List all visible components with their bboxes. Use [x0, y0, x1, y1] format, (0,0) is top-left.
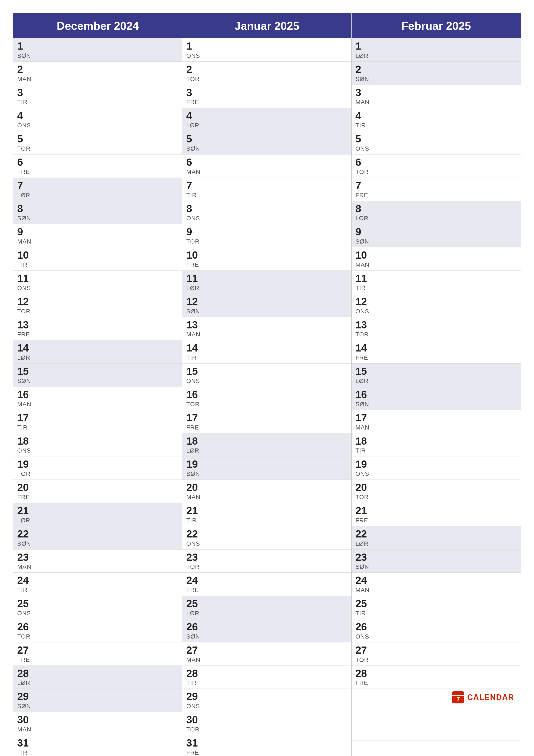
day-name: ONS [355, 145, 517, 152]
day-number: 8 [186, 203, 347, 215]
day-number: 2 [355, 64, 517, 75]
day-number: 22 [17, 528, 178, 540]
month-header-1: Januar 2025 [182, 14, 351, 39]
day-cell: 23SØN [352, 550, 521, 573]
day-number: 28 [355, 668, 517, 679]
day-name: LØR [355, 540, 517, 547]
day-cell: 16MAN [13, 387, 182, 410]
day-cell: 30MAN [13, 712, 182, 735]
day-cell: 8LØR [352, 201, 521, 224]
day-name: SØN [17, 215, 178, 222]
day-cell: 14TIR [182, 340, 351, 364]
day-name: LØR [355, 52, 517, 59]
day-cell: 14FRE [352, 340, 521, 364]
day-number: 10 [17, 250, 178, 261]
day-name: TIR [355, 285, 517, 292]
day-cell: 25TIR [352, 596, 521, 619]
day-name: FRE [186, 261, 347, 268]
day-cell: 13FRE [13, 317, 182, 340]
day-number: 1 [355, 40, 517, 52]
day-cell: 15LØR [352, 364, 521, 387]
day-name: TOR [355, 331, 517, 338]
day-cell: 22LØR [352, 526, 521, 550]
day-number: 13 [355, 319, 517, 331]
day-number: 16 [355, 389, 517, 400]
day-cell: 18TIR [352, 433, 521, 457]
day-number: 30 [186, 714, 347, 726]
day-cell: 4ONS [13, 108, 182, 131]
day-number: 29 [186, 691, 347, 702]
day-number: 25 [17, 598, 178, 609]
day-cell: 7FRE [352, 178, 521, 201]
day-name: LØR [355, 378, 517, 385]
day-cell: 23TOR [182, 550, 351, 573]
day-cell: 7LØR [13, 178, 182, 201]
day-name: SØN [355, 76, 517, 83]
day-name: ONS [186, 540, 347, 547]
day-cell: 28TIR [182, 666, 351, 689]
day-name: TIR [186, 680, 347, 687]
day-name: SØN [355, 563, 517, 570]
day-name: TIR [17, 587, 178, 594]
day-cell: 27TOR [352, 642, 521, 666]
day-number: 31 [186, 738, 347, 749]
day-name: LØR [17, 192, 178, 199]
day-number: 27 [186, 645, 347, 656]
day-cell: 31TIR [13, 735, 182, 756]
day-name: TOR [17, 633, 178, 640]
day-number: 17 [186, 412, 347, 424]
day-cell: 19ONS [352, 456, 521, 480]
day-name: FRE [186, 749, 347, 756]
day-number: 11 [17, 273, 178, 284]
day-number: 15 [17, 366, 178, 377]
day-name: ONS [355, 471, 517, 477]
day-name: SØN [355, 401, 517, 408]
day-number: 1 [186, 40, 347, 52]
day-name: LØR [186, 285, 347, 292]
day-number: 26 [186, 621, 347, 633]
day-number: 7 [186, 180, 347, 191]
day-cell: 10FRE [182, 247, 351, 271]
day-cell: 17MAN [352, 410, 521, 433]
day-number: 19 [355, 459, 517, 470]
day-cell: 18ONS [13, 433, 182, 457]
day-number: 3 [355, 87, 517, 98]
day-cell: 5ONS [352, 131, 521, 154]
day-cell: 27MAN [182, 642, 351, 666]
day-cell: 18LØR [182, 433, 351, 457]
month-col-2: 1LØR2SØN3MAN4TIR5ONS6TOR7FRE8LØR9SØN10MA… [352, 39, 521, 756]
month-col-1: 1ONS2TOR3FRE4LØR5SØN6MAN7TIR8ONS9TOR10FR… [182, 39, 351, 756]
month-header-0: December 2024 [13, 14, 182, 39]
day-number: 18 [186, 436, 347, 447]
day-cell: 11TIR [352, 271, 521, 294]
day-name: FRE [186, 424, 347, 431]
day-cell: 9MAN [13, 224, 182, 247]
day-number: 25 [186, 598, 347, 609]
day-number: 18 [17, 436, 178, 447]
day-name: LØR [186, 447, 347, 454]
day-name: FRE [186, 99, 347, 106]
day-number: 5 [186, 133, 347, 145]
day-number: 27 [17, 645, 178, 656]
day-number: 20 [17, 482, 178, 493]
day-number: 10 [355, 250, 517, 261]
empty-cell [352, 723, 521, 741]
day-number: 6 [186, 157, 347, 168]
day-cell: 11LØR [182, 271, 351, 294]
day-cell: 19SØN [182, 456, 351, 480]
day-name: MAN [17, 76, 178, 83]
day-cell: 24TIR [13, 573, 182, 596]
day-number: 6 [17, 157, 178, 168]
day-number: 3 [186, 87, 347, 98]
day-number: 4 [186, 110, 347, 122]
day-cell: 3TIR [13, 85, 182, 108]
day-name: LØR [17, 354, 178, 361]
day-name: TOR [17, 308, 178, 315]
day-number: 9 [17, 226, 178, 238]
day-number: 24 [17, 575, 178, 586]
day-number: 28 [186, 668, 347, 679]
day-number: 27 [355, 645, 517, 656]
day-number: 24 [186, 575, 347, 586]
day-cell: 5SØN [182, 131, 351, 154]
day-name: MAN [186, 657, 347, 663]
